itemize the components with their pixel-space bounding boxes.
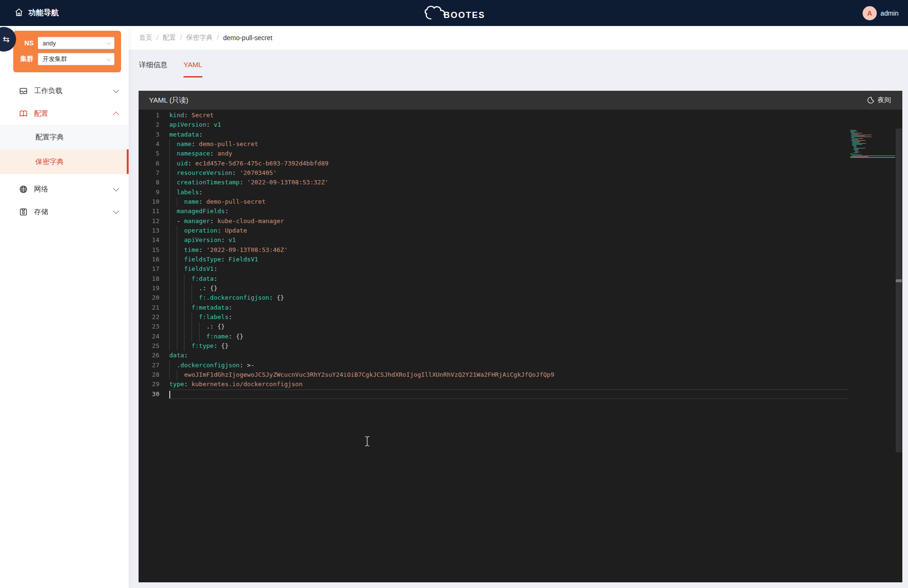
code-line-8[interactable]: 8creationTimestamp: '2022-09-13T08:53:32…: [139, 178, 902, 187]
code-line-4[interactable]: 4name: demo-pull-secret: [139, 139, 902, 149]
code-line-14[interactable]: 14apiVersion: v1: [139, 235, 902, 245]
overview-ruler-cursor-marker: [896, 279, 902, 282]
sidebar-item-label: 网络: [34, 185, 48, 194]
code-line-6[interactable]: 6uid: ec1d457e-5d76-475c-b693-7392d4bbfd…: [139, 159, 902, 168]
code-token: resourceVersion: [177, 168, 232, 178]
indent-guides: [169, 284, 199, 293]
editor-scrollbar: [895, 129, 902, 588]
editor-minimap[interactable]: [850, 129, 895, 223]
code-token: demo-pull-secret: [206, 197, 265, 207]
home-icon: [14, 8, 24, 19]
code-token: data: [169, 351, 184, 360]
indent-guides: [169, 293, 199, 303]
code-line-18[interactable]: 18f:data:: [139, 274, 902, 284]
code-token: :: [214, 274, 218, 284]
sidebar-item-storage[interactable]: 存储: [0, 200, 129, 223]
line-number: 20: [139, 293, 169, 303]
detail-tabs: 详细信息 YAML: [139, 61, 202, 78]
line-number: 22: [139, 312, 169, 322]
code-line-9[interactable]: 9labels:: [139, 188, 902, 197]
code-line-21[interactable]: 21f:metadata:: [139, 303, 902, 312]
code-line-11[interactable]: 11managedFields:: [139, 207, 902, 216]
code-token: :: [199, 188, 203, 197]
code-token: uid: [177, 159, 188, 168]
indent-guides: [169, 159, 177, 168]
code-line-7[interactable]: 7resourceVersion: '20703405': [139, 168, 902, 178]
code-line-22[interactable]: 22f:labels:: [139, 312, 902, 322]
sidebar-item-secret[interactable]: 保密字典: [0, 149, 129, 174]
code-line-24[interactable]: 24f:name: {}: [139, 332, 902, 341]
code-token: :: [210, 149, 218, 158]
code-line-26[interactable]: 26data:: [139, 351, 902, 360]
indent-guides: [169, 264, 184, 274]
code-line-3[interactable]: 3metadata:: [139, 130, 902, 139]
tab-yaml[interactable]: YAML: [183, 61, 202, 78]
nav-menu-button[interactable]: 功能导航: [0, 8, 59, 19]
indent-guides: [169, 303, 192, 312]
yaml-code-area[interactable]: 1kind: Secret2apiVersion: v13metadata:4n…: [139, 110, 902, 399]
code-token: :: [214, 264, 218, 274]
user-menu[interactable]: A admin: [863, 0, 899, 26]
chevron-down-icon: [106, 40, 111, 45]
line-number: 9: [139, 188, 169, 197]
line-number: 24: [139, 332, 169, 341]
breadcrumb-current: demo-pull-secret: [223, 34, 272, 42]
code-line-16[interactable]: 16fieldsType: FieldsV1: [139, 255, 902, 264]
code-token: :: [210, 216, 218, 226]
breadcrumb-secret-dict[interactable]: 保密字典: [186, 34, 213, 42]
code-line-19[interactable]: 19.: {}: [139, 284, 902, 293]
editor-scrollbar-slider[interactable]: [896, 129, 902, 452]
breadcrumb-config[interactable]: 配置: [163, 34, 176, 42]
tab-details[interactable]: 详细信息: [139, 61, 167, 78]
code-token: type: [169, 380, 184, 389]
sidebar-item-configmap[interactable]: 配置字典: [0, 125, 129, 149]
code-token: :: [240, 178, 247, 187]
night-mode-toggle[interactable]: 夜间: [867, 96, 891, 104]
line-number: 10: [139, 197, 169, 207]
sidebar-item-network[interactable]: 网络: [0, 178, 129, 200]
swap-arrows-icon: ⇆: [3, 35, 9, 44]
sidebar-item-workload[interactable]: 工作负载: [0, 79, 129, 102]
yaml-editor-panel: YAML (只读) 夜间 1kind: Secret2apiVersion: v…: [139, 91, 902, 582]
code-token: :: [232, 168, 240, 178]
code-line-12[interactable]: 12- manager: kube-cloud-manager: [139, 216, 902, 226]
sidebar-item-label: 存储: [34, 208, 48, 216]
sidebar-item-config[interactable]: 配置: [0, 102, 129, 125]
code-token: f:metadata: [192, 303, 228, 312]
cluster-value: 开发集群: [43, 55, 67, 63]
code-line-23[interactable]: 23.: {}: [139, 322, 902, 331]
code-line-1[interactable]: 1kind: Secret: [139, 111, 902, 120]
code-line-20[interactable]: 20f:.dockerconfigjson: {}: [139, 293, 902, 303]
cluster-select[interactable]: 开发集群: [38, 53, 114, 65]
line-number: 16: [139, 255, 169, 264]
line-number: 27: [139, 361, 169, 370]
breadcrumb-home[interactable]: 首页: [139, 34, 152, 42]
code-token: -: [177, 216, 184, 226]
code-line-5[interactable]: 5namespace: andy: [139, 149, 902, 158]
code-token: : {}: [228, 332, 243, 341]
code-token: :: [192, 139, 199, 149]
code-line-25[interactable]: 25f:type: {}: [139, 341, 902, 351]
code-line-13[interactable]: 13operation: Update: [139, 226, 902, 235]
code-line-15[interactable]: 15time: '2022-09-13T08:53:46Z': [139, 245, 902, 255]
sidebar-item-label: 工作负载: [34, 86, 62, 95]
breadcrumb-separator: /: [180, 34, 182, 42]
indent-guides: [169, 312, 199, 322]
code-line-2[interactable]: 2apiVersion: v1: [139, 120, 902, 130]
code-lines: 1kind: Secret2apiVersion: v13metadata:4n…: [139, 111, 902, 399]
code-line-27[interactable]: 27.dockerconfigjson: >-: [139, 361, 902, 370]
config-icon: [19, 109, 27, 118]
indent-guides: [169, 188, 177, 197]
indent-guides: [169, 178, 177, 187]
namespace-select[interactable]: andy: [38, 37, 114, 49]
code-line-28[interactable]: 28ewoJImF1dGhzIjogewoJCSJyZWcucnVuc3RhY2…: [139, 370, 902, 380]
code-token: :: [221, 255, 229, 264]
code-line-29[interactable]: 29type: kubernetes.io/dockerconfigjson: [139, 380, 902, 389]
code-line-30[interactable]: 30: [139, 389, 902, 399]
mouse-cursor-ibeam: [364, 436, 370, 450]
line-number: 5: [139, 149, 169, 158]
code-token: f:type: [192, 341, 214, 351]
code-token: .: {}: [206, 322, 225, 331]
code-line-10[interactable]: 10name: demo-pull-secret: [139, 197, 902, 207]
code-line-17[interactable]: 17fieldsV1:: [139, 264, 902, 274]
